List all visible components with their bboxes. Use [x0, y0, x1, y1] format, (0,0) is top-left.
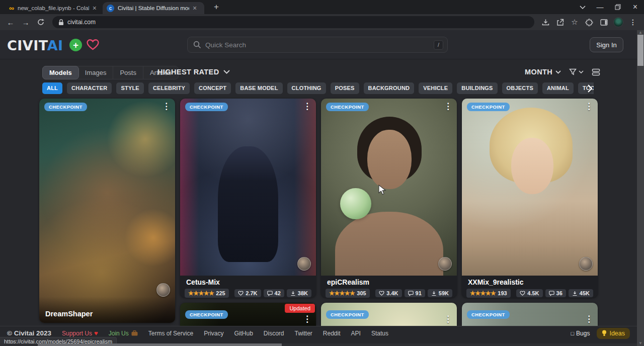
terms-link[interactable]: Terms of Service — [148, 330, 193, 337]
github-link[interactable]: GitHub — [234, 330, 253, 337]
period-controls: MONTH — [525, 68, 600, 76]
status-link[interactable]: Status — [371, 330, 388, 337]
figure-silhouette — [218, 146, 278, 262]
address-bar[interactable]: civitai.com — [52, 16, 534, 28]
model-card-epicrealism[interactable]: CHECKPOINT ⋮ epiCRealism ★★★★★305 3.4K 9… — [321, 99, 457, 298]
chevron-down-icon[interactable] — [555, 70, 561, 74]
model-image[interactable]: CHECKPOINT ⋮ — [462, 99, 598, 276]
category-chip-base-model[interactable]: BASE MODEL — [235, 82, 282, 94]
creator-avatar[interactable] — [438, 257, 452, 271]
quick-search[interactable]: / — [187, 37, 448, 53]
tab-models[interactable]: Models — [42, 66, 79, 79]
new-tab-button[interactable]: + — [211, 3, 221, 13]
category-chip-concept[interactable]: CONCEPT — [194, 82, 231, 94]
tab-search-chevron-icon[interactable] — [574, 0, 591, 14]
model-card-partial[interactable]: CHECKPOINT ⋮ — [462, 303, 598, 326]
category-chip-objects[interactable]: OBJECTS — [502, 82, 538, 94]
minimize-button[interactable]: — — [591, 0, 609, 14]
share-icon[interactable] — [555, 17, 565, 27]
tab-images[interactable]: Images — [78, 66, 114, 79]
category-chip-all[interactable]: ALL — [42, 82, 62, 94]
model-image[interactable]: CHECKPOINT ⋮ — [321, 303, 457, 326]
category-chip-background[interactable]: BACKGROUND — [364, 82, 415, 94]
model-image[interactable]: Updated CHECKPOINT ⋮ — [180, 303, 316, 326]
restore-button[interactable] — [609, 0, 626, 14]
search-input[interactable] — [205, 41, 430, 49]
side-panel-icon[interactable] — [599, 17, 609, 27]
star-rating-icon: ★★★★★ — [329, 290, 355, 297]
period-dropdown[interactable]: MONTH — [525, 68, 552, 76]
category-chip-clothing[interactable]: CLOTHING — [287, 82, 326, 94]
model-card-partial[interactable]: Updated CHECKPOINT ⋮ — [180, 303, 316, 326]
creator-avatar[interactable] — [156, 283, 170, 297]
browser-menu-icon[interactable]: ⋮ — [628, 17, 638, 27]
chevron-down-icon[interactable] — [579, 70, 584, 73]
category-chip-vehicle[interactable]: VEHICLE — [419, 82, 452, 94]
forward-button[interactable]: → — [19, 16, 32, 29]
privacy-link[interactable]: Privacy — [204, 330, 223, 337]
close-button[interactable]: × — [626, 0, 644, 14]
model-image[interactable]: CHECKPOINT ⋮ — [180, 99, 316, 276]
extensions-puzzle-icon[interactable] — [584, 17, 594, 27]
model-type-badge: CHECKPOINT — [185, 310, 228, 319]
support-heart-icon[interactable] — [86, 39, 100, 53]
model-card-xxmix-9realistic[interactable]: CHECKPOINT ⋮ XXMix_9realistic ★★★★★193 4… — [462, 99, 598, 298]
bookmark-star-icon[interactable]: ☆ — [570, 17, 580, 27]
model-card-dreamshaper[interactable]: CHECKPOINT ⋮ DreamShaper — [39, 99, 175, 323]
category-chip-buildings[interactable]: BUILDINGS — [457, 82, 497, 94]
sort-dropdown[interactable]: HIGHEST RATED — [157, 68, 230, 76]
scroll-down-icon[interactable]: ▼ — [637, 341, 644, 346]
card-menu-icon[interactable]: ⋮ — [303, 101, 311, 112]
filter-funnel-icon[interactable] — [569, 68, 577, 75]
sign-in-button[interactable]: Sign In — [590, 37, 623, 52]
star-rating-icon: ★★★★★ — [470, 290, 496, 297]
creator-avatar[interactable] — [579, 257, 593, 271]
category-chip-celebrity[interactable]: CELEBRITY — [148, 82, 190, 94]
lightbulb-icon — [602, 330, 607, 336]
model-image[interactable]: CHECKPOINT ⋮ — [462, 303, 598, 326]
tab-close-icon[interactable]: × — [193, 5, 197, 12]
browser-tab-colab[interactable]: ∞ new_colab_file.ipynb - Colaborat × — [5, 2, 101, 14]
reload-button[interactable] — [34, 16, 47, 29]
category-chip-character[interactable]: CHARACTER — [67, 82, 112, 94]
category-chip-animal[interactable]: ANIMAL — [542, 82, 574, 94]
scrollbar-thumb[interactable] — [637, 35, 643, 66]
civitai-logo[interactable]: CIVITAI — [7, 38, 63, 53]
card-menu-icon[interactable]: ⋮ — [444, 101, 452, 112]
card-menu-icon[interactable]: ⋮ — [585, 314, 593, 324]
creator-avatar[interactable] — [297, 257, 311, 271]
profile-avatar[interactable] — [613, 17, 623, 27]
support-us-link[interactable]: Support Us♥ — [62, 329, 98, 337]
scrollbar-thumb[interactable] — [38, 343, 282, 346]
card-menu-icon[interactable]: ⋮ — [162, 101, 171, 112]
updated-badge: Updated — [285, 304, 315, 313]
download-icon[interactable] — [540, 17, 550, 27]
discord-link[interactable]: Discord — [264, 330, 284, 337]
vertical-scrollbar[interactable]: ▲ ▼ — [637, 30, 644, 346]
model-card-partial[interactable]: CHECKPOINT ⋮ — [321, 303, 457, 326]
model-image[interactable]: CHECKPOINT ⋮ — [321, 99, 457, 276]
comment-icon — [267, 291, 273, 296]
api-link[interactable]: API — [351, 330, 361, 337]
category-chip-style[interactable]: STYLE — [116, 82, 143, 94]
category-chip-poses[interactable]: POSES — [331, 82, 359, 94]
twitter-link[interactable]: Twitter — [295, 330, 312, 337]
browser-tab-civitai[interactable]: c Civitai | Stable Diffusion models, × — [103, 2, 204, 14]
card-menu-icon[interactable]: ⋮ — [444, 314, 452, 324]
bugs-link[interactable]: □Bugs — [571, 330, 590, 337]
tab-posts[interactable]: Posts — [113, 66, 143, 79]
horizontal-scrollbar[interactable] — [0, 343, 637, 346]
join-us-link[interactable]: Join Us — [109, 330, 138, 337]
model-card-cetus-mix[interactable]: CHECKPOINT ⋮ Cetus-Mix ★★★★★225 2.7K 42 … — [180, 99, 316, 298]
upload-plus-icon[interactable]: + — [69, 39, 82, 51]
card-layout-icon[interactable] — [592, 68, 600, 76]
reddit-link[interactable]: Reddit — [323, 330, 341, 337]
ideas-button[interactable]: Ideas — [597, 328, 630, 339]
card-menu-icon[interactable]: ⋮ — [585, 101, 593, 112]
model-image[interactable]: CHECKPOINT ⋮ DreamShaper — [39, 99, 175, 323]
back-button[interactable]: ← — [4, 16, 17, 29]
card-menu-icon[interactable]: ⋮ — [303, 314, 311, 324]
category-filter-bar: ALL CHARACTER STYLE CELEBRITY CONCEPT BA… — [42, 82, 594, 95]
categories-scroll-right-icon[interactable] — [584, 82, 596, 95]
tab-close-icon[interactable]: × — [93, 5, 97, 12]
